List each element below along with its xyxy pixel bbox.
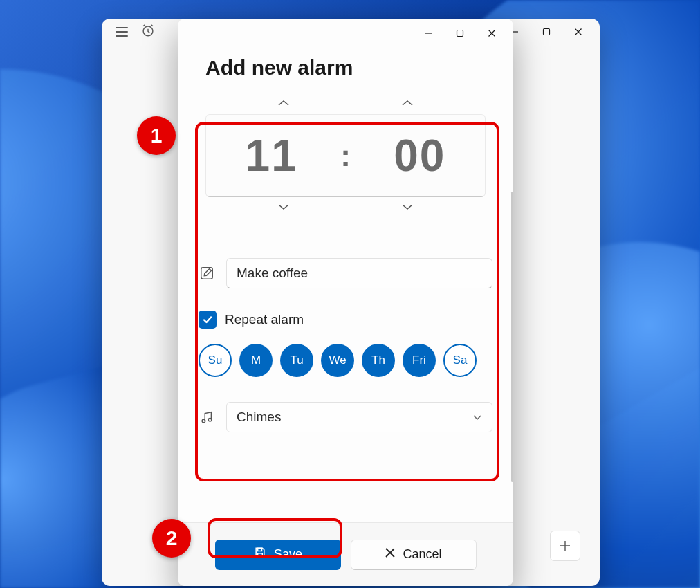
hour-up-button[interactable] (273, 93, 294, 114)
close-button[interactable] (562, 19, 594, 45)
day-wednesday[interactable]: We (321, 344, 354, 377)
cancel-label: Cancel (403, 547, 441, 562)
repeat-alarm-label: Repeat alarm (225, 312, 304, 327)
dialog-close-button[interactable] (476, 21, 508, 45)
day-tuesday[interactable]: Tu (280, 344, 313, 377)
repeat-alarm-checkbox[interactable] (199, 311, 217, 329)
save-label: Save (274, 547, 302, 562)
save-button[interactable]: Save (215, 540, 341, 570)
svg-rect-9 (258, 553, 263, 558)
maximize-button[interactable] (531, 19, 562, 45)
hour-value[interactable]: 11 (246, 131, 297, 181)
time-separator: : (340, 138, 351, 173)
svg-rect-2 (544, 29, 550, 35)
sound-value: Chimes (237, 410, 281, 425)
day-saturday[interactable]: Sa (443, 344, 477, 377)
dialog-titlebar (178, 19, 513, 53)
dialog-maximize-button[interactable] (444, 21, 476, 45)
save-icon (253, 546, 267, 563)
time-picker: 11 : 00 (197, 88, 494, 237)
scrollbar[interactable] (511, 192, 513, 482)
svg-point-6 (202, 419, 205, 423)
add-alarm-button[interactable] (550, 531, 580, 561)
minute-down-button[interactable] (397, 197, 418, 218)
minute-value[interactable]: 00 (394, 131, 445, 181)
alarm-name-input[interactable] (226, 258, 492, 288)
close-icon (385, 547, 396, 562)
hamburger-icon[interactable] (116, 27, 128, 37)
repeat-alarm-row: Repeat alarm (199, 311, 492, 329)
day-monday[interactable]: M (239, 344, 273, 377)
svg-point-7 (208, 418, 212, 421)
annotation-badge-2: 2 (152, 519, 191, 558)
svg-rect-8 (258, 548, 262, 551)
day-thursday[interactable]: Th (362, 344, 395, 377)
minute-up-button[interactable] (397, 93, 418, 114)
hour-down-button[interactable] (273, 197, 294, 218)
svg-rect-5 (201, 268, 213, 279)
music-note-icon (199, 410, 215, 425)
add-alarm-dialog: Add new alarm 11 : 00 (178, 19, 513, 586)
annotation-badge-1: 1 (137, 116, 176, 155)
svg-rect-4 (457, 30, 463, 37)
dialog-minimize-button[interactable] (412, 21, 444, 45)
day-friday[interactable]: Fri (403, 344, 436, 377)
chevron-down-icon (472, 410, 482, 425)
sound-select[interactable]: Chimes (226, 402, 492, 432)
time-display[interactable]: 11 : 00 (205, 114, 486, 197)
day-selector: Su M Tu We Th Fri Sa (199, 344, 492, 377)
day-sunday[interactable]: Su (199, 344, 232, 377)
dialog-body: 11 : 00 Repeat alarm Su M Tu (178, 88, 513, 522)
cancel-button[interactable]: Cancel (351, 540, 477, 570)
dialog-footer: Save Cancel (178, 522, 513, 586)
dialog-title: Add new alarm (178, 53, 513, 88)
edit-icon (199, 266, 215, 281)
alarm-clock-icon[interactable] (140, 23, 156, 41)
alarm-name-row (199, 258, 492, 288)
sound-row: Chimes (199, 402, 492, 432)
